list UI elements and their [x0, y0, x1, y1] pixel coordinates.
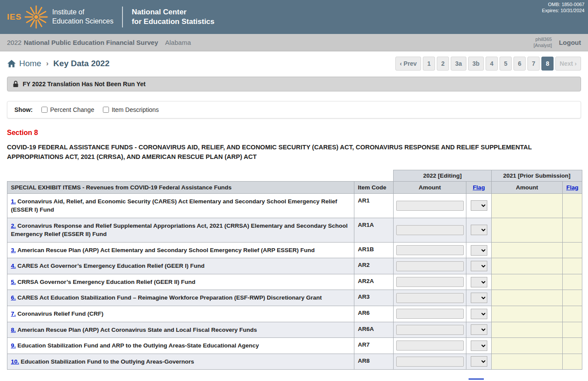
prior-amount-cell [492, 258, 563, 274]
prior-flag-cell [563, 258, 582, 274]
percent-change-label: Percent Change [50, 106, 94, 113]
row-number-link[interactable]: 8. [11, 327, 16, 333]
table-group-header-row: 2022 [Editing] 2021 [Prior Submission] [7, 170, 582, 181]
row-number-link[interactable]: 6. [11, 294, 16, 301]
amount-input-2022[interactable] [396, 201, 464, 211]
amount-input-2022[interactable] [396, 309, 464, 319]
pagination-pages: 123a3b45678 [423, 57, 554, 71]
breadcrumb-separator: › [46, 59, 49, 68]
row-number-link[interactable]: 3. [11, 247, 16, 253]
lock-icon [13, 81, 19, 88]
row-number-link[interactable]: 4. [11, 263, 16, 269]
amount-input-2022[interactable] [396, 341, 464, 351]
item-code: AR1A [354, 218, 394, 242]
table-row: 4. CARES Act Governor’s Emergency Educat… [7, 258, 582, 274]
flag-select-2022[interactable] [471, 277, 487, 287]
omb-info: OMB: 1850-0067 Expires: 10/31/2024 [542, 1, 585, 14]
page-button-5[interactable]: 5 [500, 57, 512, 71]
flag-select-2022[interactable] [471, 225, 487, 235]
amount-input-2022[interactable] [396, 261, 464, 271]
flag-select-2022[interactable] [471, 341, 487, 351]
page-button-6[interactable]: 6 [513, 57, 526, 71]
table-row: 7. Coronavirus Relief Fund (CRF) AR6 [7, 306, 582, 322]
item-code: AR6 [354, 306, 394, 322]
key-data-table: 2022 [Editing] 2021 [Prior Submission] S… [7, 170, 582, 370]
percent-change-checkbox[interactable] [41, 107, 48, 113]
survey-title: National Public Education Financial Surv… [24, 39, 158, 46]
row-label: CARES Act Governor’s Emergency Education… [17, 263, 204, 269]
prior-flag-cell [563, 193, 582, 218]
flag-select-2022[interactable] [471, 261, 487, 271]
page-button-7[interactable]: 7 [527, 57, 540, 71]
flag-select-2022[interactable] [471, 245, 487, 256]
row-label: Education Stabilization Fund to the Outl… [21, 358, 194, 365]
flag-select-2022[interactable] [471, 200, 487, 211]
prior-flag-cell [563, 274, 582, 290]
item-code: AR6A [354, 322, 394, 338]
flag-select-2022[interactable] [471, 309, 487, 319]
home-icon [7, 59, 16, 68]
column-header-amount-2022: Amount [394, 181, 466, 193]
column-header-flag-2021-link[interactable]: Flag [566, 184, 578, 191]
table-column-header-row: SPECIAL EXHIBIT ITEMS - Revenues from CO… [7, 181, 582, 193]
survey-state: Alabama [165, 39, 191, 46]
page-button-8[interactable]: 8 [541, 57, 554, 71]
amount-input-2022[interactable] [396, 325, 464, 335]
table-row: 5. CRRSA Governor’s Emergency Education … [7, 274, 582, 290]
page: OMB: 1850-0067 Expires: 10/31/2024 IES I… [0, 0, 588, 381]
table-row: 10. Education Stabilization Fund to the … [7, 354, 582, 370]
table-row: 2. Coronavirus Response and Relief Suppl… [7, 218, 582, 242]
row-number-link[interactable]: 5. [11, 279, 16, 285]
show-options-bar: Show: Percent Change Item Descriptions [7, 101, 581, 118]
flag-select-2022[interactable] [471, 356, 487, 367]
group-header-2022: 2022 [Editing] [394, 170, 492, 181]
page-button-3a[interactable]: 3a [451, 57, 466, 71]
breadcrumb-home-link[interactable]: Home [19, 59, 41, 68]
survey-year: 2022 [7, 39, 21, 46]
column-header-flag-2022-link[interactable]: Flag [473, 184, 485, 191]
page-button-1[interactable]: 1 [423, 57, 435, 71]
logout-button[interactable]: Logout [559, 39, 581, 46]
section-description: COVID-19 FEDERAL ASSISTANCE FUNDS - CORO… [7, 143, 581, 162]
amount-input-2022[interactable] [396, 357, 464, 367]
table-row: 6. CARES Act Education Stabilization Fun… [7, 290, 582, 306]
prior-amount-cell [492, 242, 563, 258]
nces-name: National Center for Education Statistics [132, 7, 214, 27]
item-descriptions-checkbox[interactable] [103, 107, 109, 113]
institute-name-line1: Institute of [52, 8, 114, 17]
row-number-link[interactable]: 10. [11, 358, 19, 365]
next-button: Next › [555, 57, 581, 71]
prev-button[interactable]: ‹ Prev [395, 57, 421, 71]
row-number-link[interactable]: 1. [11, 198, 16, 205]
table-body: 1. Coronavirus Aid, Relief, and Economic… [7, 193, 582, 370]
page-button-3b[interactable]: 3b [468, 57, 484, 71]
prior-amount-cell [492, 322, 563, 338]
banner-divider [122, 7, 123, 27]
prior-amount-cell [492, 290, 563, 306]
row-number-link[interactable]: 9. [11, 342, 16, 349]
amount-input-2022[interactable] [396, 293, 464, 303]
amount-input-2022[interactable] [396, 277, 464, 287]
prior-flag-cell [563, 322, 582, 338]
page-button-2[interactable]: 2 [437, 57, 449, 71]
row-number-link[interactable]: 7. [11, 310, 16, 317]
table-row: 9. Education Stabilization Fund and ARP … [7, 338, 582, 354]
institute-name: Institute of Education Sciences [52, 8, 114, 26]
amount-input-2022[interactable] [396, 245, 464, 255]
column-header-items: SPECIAL EXHIBIT ITEMS - Revenues from CO… [7, 181, 354, 193]
pagination: ‹ Prev 123a3b45678 Next › [395, 57, 581, 71]
nces-name-line1: National Center [132, 7, 214, 17]
truncated-link-underline [469, 378, 484, 380]
flag-select-2022[interactable] [471, 324, 487, 335]
item-descriptions-option[interactable]: Item Descriptions [103, 106, 159, 113]
row-label: Coronavirus Relief Fund (CRF) [17, 310, 103, 317]
amount-input-2022[interactable] [396, 225, 464, 235]
page-button-4[interactable]: 4 [486, 57, 498, 71]
prior-flag-cell [563, 338, 582, 354]
percent-change-option[interactable]: Percent Change [41, 106, 94, 113]
prior-flag-cell [563, 218, 582, 242]
table-row: 8. American Rescue Plan (ARP) Act Corona… [7, 322, 582, 338]
flag-select-2022[interactable] [471, 293, 487, 303]
row-number-link[interactable]: 2. [11, 223, 16, 229]
ies-logo-text: IES [7, 12, 22, 22]
